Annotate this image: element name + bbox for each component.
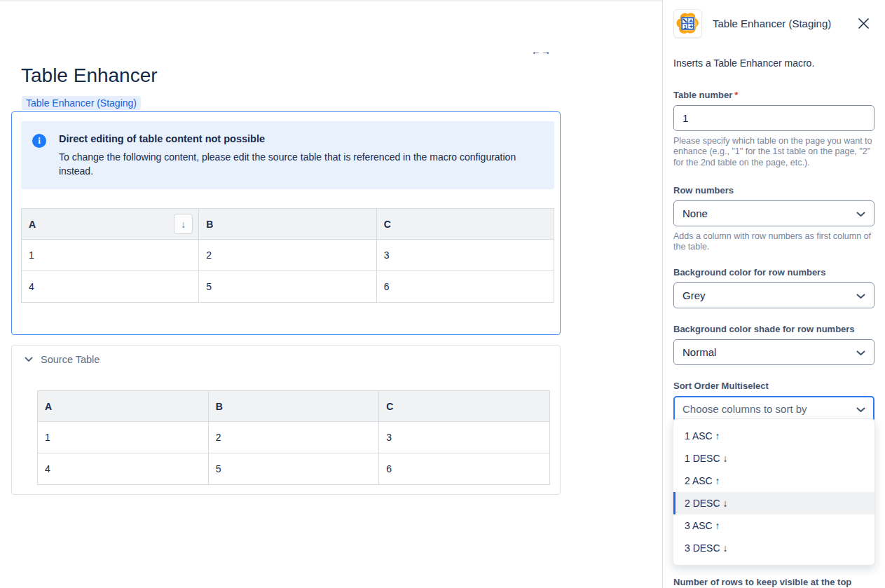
table-cell: 5 bbox=[208, 453, 379, 485]
bg-shade-select[interactable]: Normal bbox=[673, 339, 874, 365]
table-cell: 6 bbox=[379, 453, 550, 485]
table-cell: 3 bbox=[379, 422, 550, 453]
selected-macro-container[interactable]: i Direct editing of table content not po… bbox=[11, 111, 561, 335]
column-header-label: A bbox=[29, 219, 36, 230]
info-panel: i Direct editing of table content not po… bbox=[21, 121, 554, 189]
select-value: None bbox=[682, 207, 708, 219]
source-table-panel: Source Table A B C 1 2 3 bbox=[11, 345, 561, 495]
field-label-table-number: Table number* bbox=[673, 90, 874, 100]
info-icon: i bbox=[32, 134, 46, 148]
field-label-rows-visible-top: Number of rows to keep visible at the to… bbox=[673, 577, 851, 587]
field-help-text: Please specify which table on the page y… bbox=[673, 136, 874, 168]
page-title: Table Enhancer bbox=[21, 64, 158, 87]
info-panel-body: To change the following content, please … bbox=[59, 151, 535, 179]
close-icon[interactable] bbox=[857, 17, 870, 30]
sidebar-title: Table Enhancer (Staging) bbox=[713, 18, 831, 29]
select-value: Normal bbox=[682, 346, 716, 358]
source-table: A B C 1 2 3 4 5 6 bbox=[37, 390, 550, 485]
select-value: Grey bbox=[682, 289, 706, 301]
chevron-down-icon bbox=[25, 357, 33, 362]
table-cell: 3 bbox=[376, 240, 554, 271]
required-asterisk: * bbox=[734, 90, 738, 100]
macro-name-link[interactable]: Table Enhancer (Staging) bbox=[22, 96, 141, 110]
column-header-c: C bbox=[379, 391, 550, 422]
field-label-bg-shade: Background color shade for row numbers bbox=[673, 324, 874, 334]
field-label-sort-order: Sort Order Multiselect bbox=[673, 381, 874, 391]
table-header-row: A ↓ B C bbox=[22, 209, 554, 240]
field-label-text: Table number bbox=[673, 90, 732, 100]
table-cell: 2 bbox=[199, 240, 376, 271]
enhanced-table: A ↓ B C 1 2 3 4 bbox=[21, 208, 554, 303]
table-cell: 1 bbox=[22, 240, 199, 271]
chevron-down-icon bbox=[856, 207, 865, 219]
dropdown-option-1-desc[interactable]: 1 DESC ↓ bbox=[673, 447, 874, 470]
macro-config-sidebar: 1 + Table Enhancer (Staging) Inserts a T… bbox=[663, 0, 885, 588]
info-panel-content: Direct editing of table content not poss… bbox=[59, 133, 535, 177]
dropdown-option-3-desc[interactable]: 3 DESC ↓ bbox=[673, 537, 874, 559]
sort-descending-button[interactable]: ↓ bbox=[174, 214, 193, 234]
sidebar-header: 1 + Table Enhancer (Staging) bbox=[663, 0, 885, 38]
row-numbers-select[interactable]: None bbox=[673, 200, 874, 226]
table-cell: 6 bbox=[376, 271, 554, 303]
chevron-down-icon bbox=[856, 346, 865, 358]
table-row: 4 5 6 bbox=[38, 453, 550, 485]
source-table-toggle[interactable]: Source Table bbox=[25, 354, 100, 365]
table-cell: 4 bbox=[38, 453, 209, 485]
bg-color-select[interactable]: Grey bbox=[673, 282, 874, 308]
chevron-down-icon bbox=[856, 289, 865, 301]
source-table-label: Source Table bbox=[41, 354, 100, 365]
column-header-a: A bbox=[38, 391, 209, 422]
dropdown-option-2-desc[interactable]: 2 DESC ↓ bbox=[673, 492, 874, 514]
dropdown-option-2-asc[interactable]: 2 ASC ↑ bbox=[673, 470, 874, 492]
column-header-c: C bbox=[376, 209, 554, 240]
column-header-a: A ↓ bbox=[22, 209, 199, 240]
field-label-bg-color: Background color for row numbers bbox=[673, 267, 874, 278]
dropdown-option-1-asc[interactable]: 1 ASC ↑ bbox=[673, 425, 874, 447]
column-header-b: B bbox=[208, 391, 379, 422]
info-panel-title: Direct editing of table content not poss… bbox=[59, 133, 535, 144]
field-help-text: Adds a column with row numbers as first … bbox=[673, 231, 874, 253]
sort-order-dropdown: 1 ASC ↑ 1 DESC ↓ 2 ASC ↑ 2 DESC ↓ 3 ASC … bbox=[673, 418, 875, 566]
table-row: 1 2 3 bbox=[38, 422, 550, 453]
table-cell: 4 bbox=[22, 271, 199, 303]
table-number-input[interactable] bbox=[673, 105, 874, 131]
field-label-row-numbers: Row numbers bbox=[673, 185, 874, 196]
table-row: 4 5 6 bbox=[22, 271, 554, 303]
resize-width-icon[interactable]: ←→ bbox=[531, 46, 551, 57]
svg-text:+: + bbox=[689, 23, 693, 30]
select-placeholder: Choose columns to sort by bbox=[682, 403, 807, 415]
svg-text:1: 1 bbox=[684, 24, 687, 30]
macro-editor-page: ←→ Table Enhancer Table Enhancer (Stagin… bbox=[0, 0, 885, 588]
table-row: 1 2 3 bbox=[22, 240, 554, 271]
macro-description: Inserts a Table Enhancer macro. bbox=[673, 57, 874, 69]
table-cell: 1 bbox=[38, 422, 209, 453]
table-header-row: A B C bbox=[38, 391, 550, 422]
chevron-down-icon bbox=[856, 403, 865, 415]
table-cell: 5 bbox=[199, 271, 376, 303]
dropdown-option-3-asc[interactable]: 3 ASC ↑ bbox=[673, 514, 874, 537]
editor-canvas: ←→ Table Enhancer Table Enhancer (Stagin… bbox=[0, 0, 662, 588]
column-header-b: B bbox=[199, 209, 376, 240]
table-enhancer-logo-icon: 1 + bbox=[673, 9, 702, 38]
table-cell: 2 bbox=[208, 422, 379, 453]
